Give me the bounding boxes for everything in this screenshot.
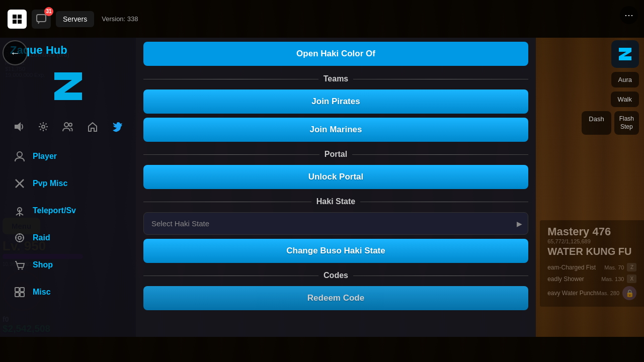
svg-rect-1 [13, 15, 17, 19]
divider-right [353, 79, 528, 79]
bottom-bar [0, 337, 644, 362]
codes-section-header: Codes [143, 265, 528, 284]
divider-right-2 [352, 154, 528, 155]
player-icon [13, 149, 27, 163]
pvp-misc-label: Pvp Misc [33, 179, 67, 188]
chat-badge: 31 [44, 7, 53, 16]
svg-point-8 [42, 125, 45, 128]
three-dots-button[interactable]: ⋯ [620, 6, 638, 24]
logo-area [0, 61, 136, 114]
chat-button[interactable]: 31 [32, 10, 51, 29]
svg-point-22 [18, 268, 20, 270]
svg-rect-27 [20, 293, 24, 297]
svg-point-11 [17, 152, 22, 157]
team-icon-button[interactable] [59, 118, 76, 136]
flash-step-button[interactable]: FlashStep [614, 111, 639, 135]
roblox-logo [8, 10, 27, 29]
walk-button[interactable]: Walk [611, 92, 639, 107]
svg-point-23 [22, 268, 23, 270]
svg-rect-24 [15, 288, 19, 292]
divider-right-4 [353, 276, 528, 276]
open-haki-color-button[interactable]: Open Haki Color Of [143, 42, 528, 66]
nav-item-player[interactable]: Player [5, 143, 131, 169]
sound-icon-button[interactable] [10, 118, 27, 136]
svg-rect-3 [13, 20, 17, 24]
svg-rect-2 [18, 15, 22, 19]
left-panel: Zaque Hub [0, 38, 136, 337]
portal-section-header: Portal [143, 144, 528, 163]
z-logo [48, 66, 88, 106]
nav-item-teleport[interactable]: Teleport/Sv [5, 198, 131, 224]
right-z-logo [611, 40, 639, 68]
misc-label: Misc [33, 288, 51, 297]
nav-menu: Player Pvp Misc Teleport/Sv [0, 143, 136, 337]
shop-icon [13, 258, 27, 272]
divider-left-3 [143, 202, 311, 202]
svg-marker-28 [619, 48, 631, 60]
codes-title: Codes [324, 271, 348, 280]
haki-state-select-wrapper: Select Haki State ▶ [143, 212, 528, 235]
teams-section-header: Teams [143, 68, 528, 87]
right-panel: Aura Walk Dash FlashStep [582, 40, 639, 135]
svg-marker-6 [54, 72, 82, 100]
join-pirates-button[interactable]: Join Pirates [143, 89, 528, 114]
top-bar: 31 Servers Version: 338 [0, 0, 644, 38]
svg-rect-4 [18, 20, 22, 24]
svg-rect-26 [15, 293, 19, 297]
nav-item-shop[interactable]: Shop [5, 252, 131, 278]
svg-point-14 [19, 183, 21, 185]
back-button[interactable]: ← [3, 40, 28, 65]
change-buso-button[interactable]: Change Buso Haki State [143, 239, 528, 263]
teleport-label: Teleport/Sv [33, 206, 76, 215]
svg-point-17 [18, 236, 21, 239]
raid-label: Raid [33, 233, 50, 242]
svg-point-10 [69, 123, 72, 126]
teams-title: Teams [324, 74, 349, 83]
player-label: Player [33, 152, 57, 161]
misc-icon [13, 285, 27, 299]
haki-state-select[interactable]: Select Haki State [143, 212, 528, 235]
dash-button[interactable]: Dash [582, 111, 611, 135]
nav-item-raid[interactable]: Raid [5, 225, 131, 251]
codes-action-button[interactable]: Redeem Code [143, 286, 528, 310]
divider-left [143, 79, 318, 79]
haki-state-section-header: Haki State [143, 191, 528, 210]
main-panel: Open Haki Color Of Teams Join Pirates Jo… [136, 38, 536, 337]
settings-icon-button[interactable] [35, 118, 52, 136]
pvp-icon [13, 176, 27, 191]
divider-left-2 [143, 154, 319, 155]
nav-item-misc[interactable]: Misc [5, 279, 131, 305]
aura-button[interactable]: Aura [611, 72, 639, 87]
nav-icons-row [0, 114, 136, 143]
version-text: Version: 338 [102, 15, 138, 23]
raid-icon [13, 231, 27, 245]
servers-button[interactable]: Servers [56, 11, 94, 27]
home-icon-button[interactable] [84, 118, 101, 136]
divider-right-3 [360, 202, 528, 202]
divider-left-4 [143, 276, 318, 276]
unlock-portal-button[interactable]: Unlock Portal [143, 165, 528, 189]
svg-point-9 [64, 123, 68, 127]
twitter-icon-button[interactable] [109, 118, 126, 136]
nav-item-pvp-misc[interactable]: Pvp Misc [5, 170, 131, 197]
svg-marker-7 [15, 122, 21, 131]
haki-state-title: Haki State [316, 197, 355, 206]
svg-rect-25 [20, 288, 24, 292]
action-buttons-row: Dash FlashStep [582, 111, 639, 135]
svg-rect-5 [37, 15, 46, 22]
svg-point-16 [16, 234, 24, 242]
shop-label: Shop [33, 260, 53, 269]
teleport-icon [13, 204, 27, 218]
portal-title: Portal [325, 150, 347, 159]
join-marines-button[interactable]: Join Marines [143, 118, 528, 142]
